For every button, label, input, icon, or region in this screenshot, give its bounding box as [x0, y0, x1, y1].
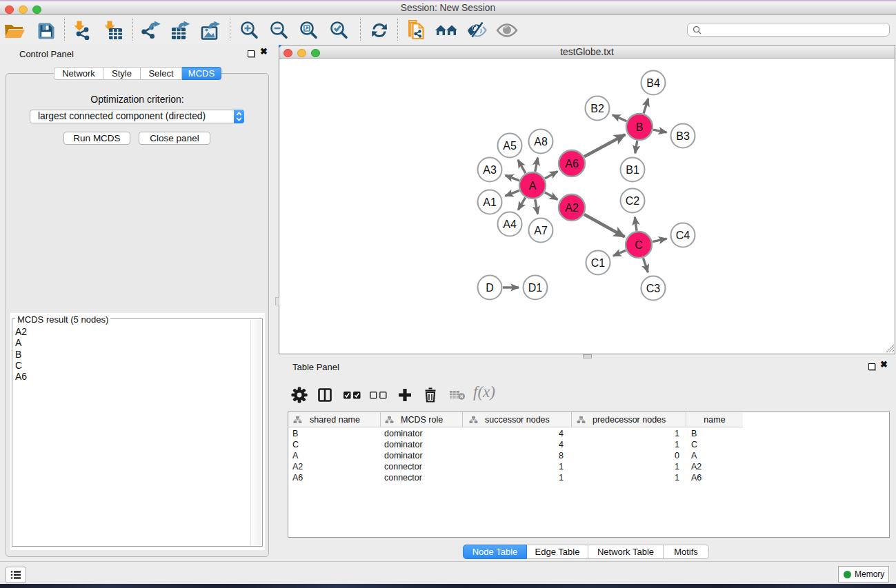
svg-text:B: B — [636, 121, 644, 133]
svg-text:C1: C1 — [591, 257, 606, 269]
svg-text:B4: B4 — [646, 77, 660, 89]
svg-text:C2: C2 — [626, 195, 640, 207]
svg-text:B3: B3 — [676, 130, 690, 142]
svg-text:A8: A8 — [534, 136, 548, 148]
svg-text:A6: A6 — [565, 158, 579, 170]
svg-text:B1: B1 — [626, 164, 639, 176]
svg-text:A2: A2 — [565, 202, 579, 214]
svg-text:C4: C4 — [676, 230, 690, 241]
svg-text:D: D — [486, 282, 494, 294]
svg-text:B2: B2 — [590, 103, 604, 114]
svg-text:C3: C3 — [646, 283, 661, 294]
svg-text:A1: A1 — [483, 196, 497, 208]
svg-text:D1: D1 — [528, 282, 543, 294]
svg-text:A4: A4 — [503, 219, 517, 230]
svg-text:A5: A5 — [503, 140, 517, 152]
svg-text:A: A — [529, 180, 537, 192]
svg-text:A7: A7 — [534, 225, 548, 236]
svg-text:C: C — [635, 239, 643, 251]
svg-text:A3: A3 — [483, 164, 497, 176]
